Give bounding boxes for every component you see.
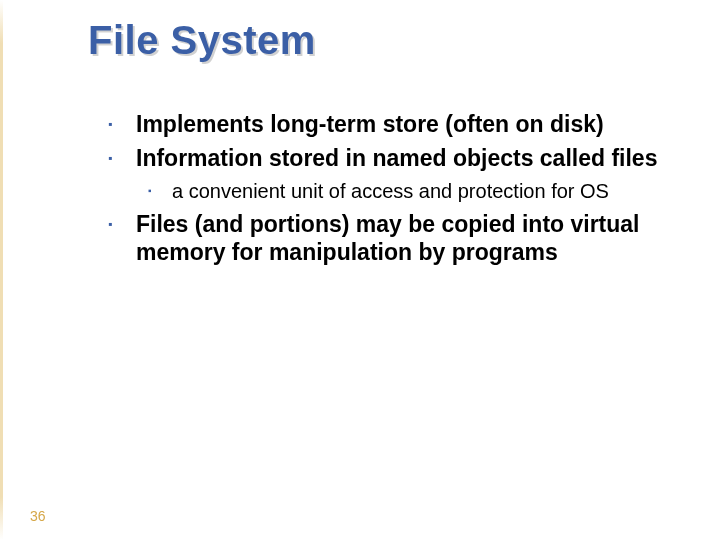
slide-title: File System [88, 18, 316, 63]
bullet-text: Files (and portions) may be copied into … [136, 210, 668, 266]
bullet-text: a convenient unit of access and protecti… [172, 178, 609, 204]
bullet-level1: ▪ Files (and portions) may be copied int… [108, 210, 668, 266]
square-bullet-icon: ▪ [148, 178, 172, 204]
slide: File System ▪ Implements long-term store… [0, 0, 720, 540]
bullet-level1: ▪ Implements long-term store (often on d… [108, 110, 668, 138]
square-bullet-icon: ▪ [108, 210, 136, 238]
bullet-text: Information stored in named objects call… [136, 144, 657, 172]
bullet-text: Implements long-term store (often on dis… [136, 110, 604, 138]
bullet-level2: ▪ a convenient unit of access and protec… [148, 178, 668, 204]
bullet-level1: ▪ Information stored in named objects ca… [108, 144, 668, 172]
square-bullet-icon: ▪ [108, 144, 136, 172]
square-bullet-icon: ▪ [108, 110, 136, 138]
page-number: 36 [30, 508, 46, 524]
slide-body: ▪ Implements long-term store (often on d… [108, 110, 668, 272]
